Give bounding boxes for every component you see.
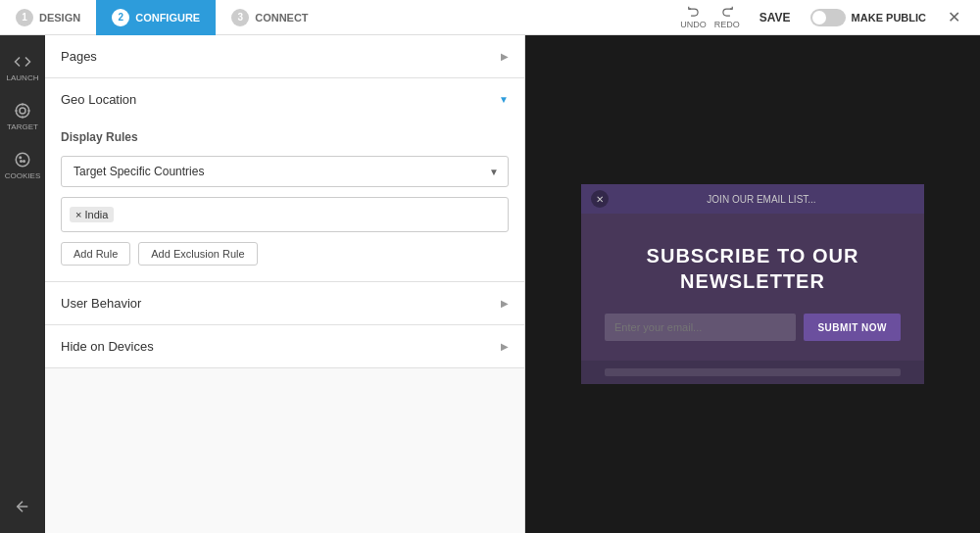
popup-preview: ✕ JOIN OUR EMAIL LIST... SUBSCRIBE TO OU… (581, 184, 924, 384)
hide-devices-title: Hide on Devices (61, 339, 154, 354)
country-select-wrap: Target Specific Countries Exclude Specif… (61, 156, 509, 187)
svg-point-0 (16, 104, 29, 118)
cookies-label: COOKIES (5, 171, 40, 180)
popup-form: SUBMIT NOW (605, 314, 901, 341)
svg-point-8 (24, 161, 25, 163)
undo-redo-group: UNDO REDO (680, 5, 740, 29)
popup-title-line1: SUBSCRIBE TO OUR (647, 245, 859, 266)
top-bar: 1 DESIGN 2 CONFIGURE 3 CONNECT UNDO REDO… (0, 0, 980, 35)
step-label-design: DESIGN (39, 12, 80, 24)
popup-footer (581, 361, 924, 384)
step-label-configure: CONFIGURE (135, 12, 200, 24)
rule-buttons: Add Rule Add Exclusion Rule (61, 242, 509, 266)
sidebar-item-launch[interactable]: LAUNCH (0, 45, 45, 90)
pages-section-header[interactable]: Pages ▶ (45, 35, 524, 77)
india-tag-label: × India (75, 209, 108, 220)
target-label: TARGET (7, 122, 38, 131)
config-panel: Pages ▶ Geo Location ▼ Display Rules Tar… (45, 35, 525, 533)
step-num-1: 1 (16, 9, 33, 26)
geo-section-body: Display Rules Target Specific Countries … (45, 121, 524, 281)
svg-point-9 (21, 161, 23, 163)
launch-label: LAUNCH (7, 73, 39, 82)
redo-label: REDO (714, 20, 740, 29)
popup-header: ✕ JOIN OUR EMAIL LIST... (581, 184, 924, 214)
save-button[interactable]: SAVE (752, 7, 799, 28)
popup-submit-button[interactable]: SUBMIT NOW (804, 314, 901, 341)
sidebar-item-cookies[interactable]: COOKIES (0, 143, 45, 188)
geo-section-header[interactable]: Geo Location ▼ (45, 78, 524, 121)
user-behavior-title: User Behavior (61, 296, 141, 311)
top-bar-actions: UNDO REDO SAVE MAKE PUBLIC ✕ (670, 5, 980, 29)
preview-area: ✕ JOIN OUR EMAIL LIST... SUBSCRIBE TO OU… (525, 35, 980, 533)
step-connect[interactable]: 3 CONNECT (216, 0, 323, 35)
popup-email-input[interactable] (605, 314, 796, 341)
add-rule-button[interactable]: Add Rule (61, 242, 130, 266)
step-num-2: 2 (112, 9, 129, 26)
close-button[interactable]: ✕ (938, 8, 970, 26)
make-public-toggle-wrap: MAKE PUBLIC (810, 9, 926, 26)
geo-arrow-icon: ▼ (499, 94, 509, 105)
geo-section: Geo Location ▼ Display Rules Target Spec… (45, 78, 524, 282)
user-behavior-arrow-icon: ▶ (501, 298, 509, 309)
make-public-label: MAKE PUBLIC (852, 12, 926, 24)
svg-point-1 (20, 108, 25, 114)
geo-title: Geo Location (61, 92, 136, 107)
sidebar-back-button[interactable] (10, 490, 35, 523)
hide-devices-section: Hide on Devices ▶ (45, 325, 524, 368)
popup-close-button[interactable]: ✕ (591, 190, 609, 208)
redo-button[interactable]: REDO (714, 5, 740, 29)
popup-body: SUBSCRIBE TO OUR NEWSLETTER SUBMIT NOW (581, 214, 924, 361)
svg-point-6 (16, 153, 29, 167)
user-behavior-section: User Behavior ▶ (45, 282, 524, 325)
add-exclusion-rule-button[interactable]: Add Exclusion Rule (138, 242, 257, 266)
pages-arrow-icon: ▶ (501, 51, 509, 62)
popup-header-text: JOIN OUR EMAIL LIST... (707, 194, 815, 205)
step-label-connect: CONNECT (255, 12, 308, 24)
country-tags-input[interactable]: × India (61, 197, 509, 232)
country-target-select[interactable]: Target Specific Countries Exclude Specif… (61, 156, 509, 187)
pages-section: Pages ▶ (45, 35, 524, 78)
step-list: 1 DESIGN 2 CONFIGURE 3 CONNECT (0, 0, 670, 35)
hide-devices-header[interactable]: Hide on Devices ▶ (45, 325, 524, 367)
undo-button[interactable]: UNDO (680, 5, 707, 29)
user-behavior-header[interactable]: User Behavior ▶ (45, 282, 524, 324)
popup-title: SUBSCRIBE TO OUR NEWSLETTER (605, 243, 901, 294)
step-design[interactable]: 1 DESIGN (0, 0, 96, 35)
tag-text-input[interactable] (118, 208, 500, 221)
make-public-toggle[interactable] (810, 9, 846, 26)
main-area: LAUNCH TARGET COOKIES Pages (0, 35, 980, 533)
display-rules-title: Display Rules (61, 130, 509, 144)
step-configure[interactable]: 2 CONFIGURE (96, 0, 216, 35)
undo-label: UNDO (680, 20, 707, 29)
hide-devices-arrow-icon: ▶ (501, 341, 509, 352)
pages-title: Pages (61, 49, 97, 64)
popup-footer-bar (605, 368, 901, 376)
svg-point-7 (20, 157, 22, 159)
india-tag: × India (70, 207, 114, 222)
sidebar: LAUNCH TARGET COOKIES (0, 35, 45, 533)
popup-title-line2: NEWSLETTER (680, 270, 825, 292)
sidebar-item-target[interactable]: TARGET (0, 94, 45, 139)
sidebar-bottom (10, 490, 35, 523)
step-num-3: 3 (231, 9, 249, 26)
